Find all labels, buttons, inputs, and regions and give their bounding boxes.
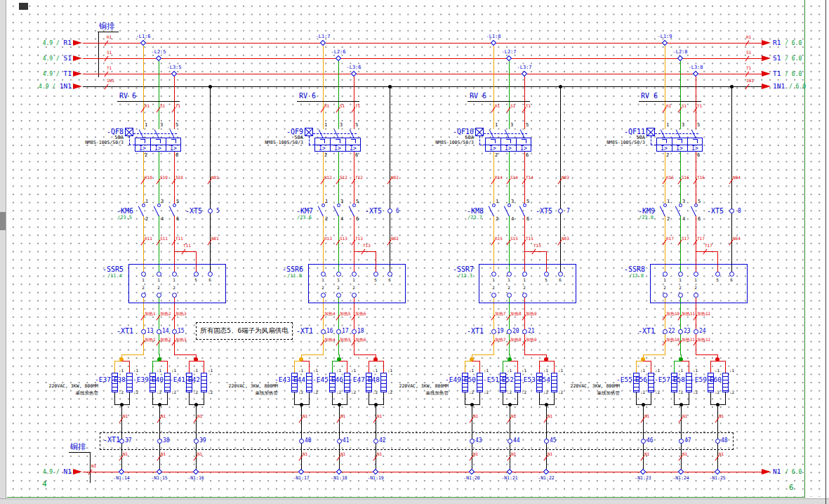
tap-label: -L3:8 bbox=[680, 65, 711, 70]
xt1-terminal-number: 15 bbox=[178, 328, 185, 334]
ssr-terminal-icon bbox=[678, 272, 683, 277]
wire-tag: N1 bbox=[473, 414, 478, 419]
wire-tag: 加热9 bbox=[526, 312, 537, 317]
contact-number: 5 bbox=[526, 199, 529, 204]
ssr-label: -SSR7 bbox=[437, 265, 474, 274]
terminal-circle-icon bbox=[507, 329, 512, 334]
wire-l2 bbox=[680, 215, 681, 272]
left-panel-handle[interactable] bbox=[0, 212, 6, 230]
busbar-bracket-bottom bbox=[90, 452, 91, 483]
wire-tag: R12 bbox=[324, 175, 332, 180]
branch-wire bbox=[159, 361, 167, 362]
pole-number: 2 bbox=[145, 152, 147, 158]
breaker-link-dashed bbox=[479, 136, 480, 145]
ssr-terminal-icon bbox=[544, 272, 549, 277]
pole-number: 6 bbox=[175, 152, 178, 158]
heater-label: E42 bbox=[175, 376, 200, 384]
thermal-release-icon bbox=[171, 139, 176, 143]
heater-terminal: :1 bbox=[484, 369, 489, 373]
ssr-terminal-icon bbox=[172, 293, 177, 298]
ssr-terminal-number: 1 bbox=[505, 278, 512, 283]
ssr-terminal-icon bbox=[491, 293, 496, 298]
pole-number: 2 bbox=[495, 152, 498, 158]
xt1-bottom-number: 37 bbox=[125, 437, 132, 444]
trip-symbol: I> bbox=[516, 145, 531, 152]
feed-wire bbox=[524, 354, 547, 355]
ssr-terminal-number: 2 bbox=[677, 286, 684, 291]
wire-tag: N1 bbox=[161, 452, 166, 457]
bus-arrow-right bbox=[762, 55, 771, 61]
trip-symbol: I> bbox=[166, 145, 181, 152]
wire-tag: 加热12 bbox=[697, 312, 710, 317]
heater-label: E50 bbox=[451, 376, 476, 384]
thermal-release-icon bbox=[522, 139, 526, 143]
branch-wire bbox=[339, 361, 347, 362]
wire-tag: T14 bbox=[526, 175, 533, 180]
wire-tag: T17 bbox=[697, 237, 705, 241]
feed-wire bbox=[121, 354, 144, 355]
heater-terminal: :1 bbox=[133, 369, 138, 373]
contact-number: 2 bbox=[667, 216, 670, 222]
xt5-terminal-number: 5 bbox=[216, 208, 220, 214]
ssr-terminal-icon bbox=[141, 293, 146, 298]
wire-tag: 加热1 bbox=[145, 312, 156, 317]
heater-spec-line2: 单线加热管 bbox=[218, 391, 278, 396]
ssr-box bbox=[650, 264, 748, 303]
branch-wire bbox=[689, 361, 689, 373]
wire-tag: N1 bbox=[123, 452, 128, 457]
branch-wire bbox=[152, 361, 153, 373]
wire-tag: S11 bbox=[160, 237, 168, 241]
heater-element-icon bbox=[551, 373, 557, 392]
branch-wire bbox=[554, 361, 555, 373]
bus-left-ref: 4.9 / bbox=[43, 469, 60, 475]
xt1-terminal-number: 16 bbox=[326, 328, 333, 334]
terminal-circle-icon bbox=[641, 439, 646, 444]
wire-tag: T10 bbox=[175, 175, 183, 180]
trip-symbol: I> bbox=[500, 145, 516, 152]
bus-line-t1 bbox=[83, 74, 762, 74]
contact-number: 6 bbox=[356, 216, 359, 222]
wire-tag: T1 bbox=[526, 104, 531, 109]
xt1-terminal-number: 21 bbox=[528, 328, 535, 334]
terminal-circle-icon bbox=[387, 208, 392, 213]
wire-l1 bbox=[665, 152, 665, 204]
app-corner-icon[interactable] bbox=[19, 3, 28, 10]
bus-line-s1 bbox=[83, 58, 762, 59]
wire-l1 bbox=[493, 215, 494, 272]
group-header: RV 6 bbox=[299, 92, 316, 100]
bus-left-label-1n1: 4.9 / 1N1 bbox=[20, 83, 72, 91]
wire-tag: R1 bbox=[746, 35, 751, 40]
heater-terminal: :1 bbox=[157, 369, 161, 373]
heater-terminal: :1 bbox=[678, 369, 683, 373]
ssr-terminal-icon bbox=[507, 272, 512, 277]
ssr-terminal-number: 6 bbox=[386, 278, 393, 283]
terminal-circle-icon bbox=[491, 329, 496, 334]
branch-wire bbox=[465, 361, 465, 373]
cad-drawing-canvas[interactable]: 4 6 铜排 铜排 4.9 / R1 R1 R1 R1 / 6.0 4.9 / … bbox=[0, 0, 829, 504]
breaker-mech-icon bbox=[125, 128, 133, 136]
breaker-model: NM8S-100S/50/3 bbox=[244, 140, 303, 145]
ssr-terminal-number: 1 bbox=[490, 278, 497, 283]
terminal-circle-icon bbox=[157, 329, 161, 334]
bus-left-ref: 4.9 / bbox=[43, 71, 60, 77]
busbar-bracket-top bbox=[98, 32, 99, 77]
breaker-link-dashed bbox=[479, 145, 485, 145]
branch-wire bbox=[465, 361, 472, 362]
feed-wire bbox=[354, 354, 376, 355]
return-wire bbox=[465, 392, 465, 404]
heater-label: E44 bbox=[280, 376, 305, 384]
wire-l3 bbox=[696, 152, 696, 204]
xt5-label: -XT5 bbox=[520, 207, 552, 215]
n1-tap-label: -N1:16 bbox=[179, 476, 213, 481]
return-wire bbox=[651, 392, 651, 404]
breaker-model: NM8S-100S/50/3 bbox=[415, 140, 474, 145]
branch-wire bbox=[152, 361, 159, 362]
xt1-terminal-number: 19 bbox=[497, 328, 504, 334]
fan-jumper-wire bbox=[696, 251, 718, 252]
contact-terminal-icon bbox=[663, 204, 667, 207]
wire-l1 bbox=[665, 43, 665, 129]
terminal-circle-icon bbox=[336, 329, 341, 334]
ssr-terminal-icon bbox=[336, 293, 341, 298]
heater-terminal: :1 bbox=[387, 369, 392, 373]
bus-right-ref: / 6.0 bbox=[789, 84, 806, 90]
